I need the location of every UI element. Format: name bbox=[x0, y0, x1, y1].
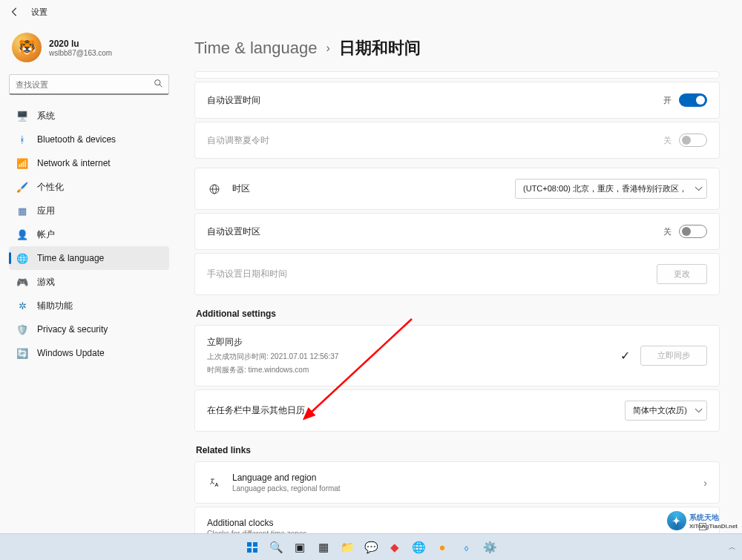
dst-label: 自动调整夏令时 bbox=[207, 134, 663, 147]
nav-icon: 🎮 bbox=[16, 276, 28, 288]
sidebar-item-label: 应用 bbox=[37, 205, 55, 217]
sync-now-button[interactable]: 立即同步 bbox=[640, 346, 707, 366]
nav-icon: 🛡️ bbox=[16, 323, 28, 335]
nav-icon: 👤 bbox=[16, 228, 28, 240]
sidebar: 🐯 2020 lu wslbb87@163.com 🖥️系统ᚼBluetooth… bbox=[0, 24, 178, 533]
auto-tz-toggle[interactable] bbox=[679, 225, 707, 238]
nav-icon: 🖌️ bbox=[16, 181, 28, 193]
add-clocks-title: Additional clocks bbox=[207, 518, 698, 528]
svg-line-1 bbox=[160, 85, 162, 87]
svg-rect-11 bbox=[247, 542, 252, 547]
lang-region-title: Language and region bbox=[232, 472, 703, 483]
sidebar-item--[interactable]: 👤帐户 bbox=[9, 223, 169, 246]
section-related: Related links bbox=[196, 445, 720, 455]
settings-taskbar-icon[interactable]: ⚙️ bbox=[479, 537, 500, 558]
nav-icon: 📶 bbox=[16, 157, 28, 169]
sidebar-item--[interactable]: 🖌️个性化 bbox=[9, 175, 169, 199]
search-input[interactable] bbox=[9, 74, 169, 95]
sidebar-item-label: Windows Update bbox=[37, 348, 105, 358]
sync-card: 立即同步 上次成功同步时间: 2021.07.01 12:56:37 时间服务器… bbox=[194, 325, 720, 386]
app-icon-2[interactable]: ● bbox=[432, 537, 453, 558]
svg-rect-14 bbox=[253, 548, 257, 553]
taskbar: 🔍 ▣ ▦ 📁 💬 ◆ 🌐 ● ⬨ ⚙️ ︿ bbox=[0, 533, 742, 560]
breadcrumb: Time & language › 日期和时间 bbox=[194, 37, 720, 59]
wechat-icon[interactable]: 💬 bbox=[361, 537, 381, 558]
nav-icon: ᚼ bbox=[16, 134, 28, 145]
chevron-right-icon: › bbox=[326, 42, 330, 55]
chrome-icon[interactable]: 🌐 bbox=[408, 537, 429, 558]
svg-point-0 bbox=[155, 80, 160, 85]
sidebar-item-label: 辅助功能 bbox=[37, 300, 73, 312]
svg-rect-13 bbox=[247, 548, 252, 553]
sidebar-item-label: 游戏 bbox=[37, 276, 55, 289]
breadcrumb-parent[interactable]: Time & language bbox=[194, 39, 318, 58]
sidebar-item-label: 系统 bbox=[37, 110, 55, 122]
user-profile[interactable]: 🐯 2020 lu wslbb87@163.com bbox=[9, 30, 169, 73]
setting-taskbar-calendar: 在任务栏中显示其他日历 简体中文(农历) bbox=[194, 389, 720, 432]
sidebar-item-network-internet[interactable]: 📶Network & internet bbox=[9, 151, 169, 175]
sidebar-item-privacy-security[interactable]: 🛡️Privacy & security bbox=[9, 317, 169, 341]
sidebar-item-label: 帐户 bbox=[37, 228, 55, 241]
setting-manual-time: 手动设置日期和时间 更改 bbox=[194, 253, 720, 295]
nav-icon: ✲ bbox=[16, 300, 28, 312]
search-taskbar-icon[interactable]: 🔍 bbox=[266, 537, 286, 558]
nav-icon: 🔄 bbox=[16, 347, 28, 359]
setting-dst: 自动调整夏令时 关 bbox=[194, 122, 720, 159]
sidebar-item-label: Privacy & security bbox=[37, 324, 108, 335]
sidebar-item-label: Time & language bbox=[37, 253, 104, 263]
link-language-region[interactable]: Language and region Language packs, regi… bbox=[194, 461, 720, 504]
sidebar-item-bluetooth-devices[interactable]: ᚼBluetooth & devices bbox=[9, 128, 169, 151]
watermark: ✦ 系统天地 XiTongTianDi.net bbox=[667, 511, 738, 530]
back-button[interactable] bbox=[9, 6, 21, 18]
lang-region-sub: Language packs, regional format bbox=[232, 484, 703, 493]
taskbar-calendar-dropdown[interactable]: 简体中文(农历) bbox=[625, 401, 707, 421]
language-icon bbox=[207, 477, 222, 489]
sync-server: 时间服务器: time.windows.com bbox=[207, 365, 620, 375]
toggle-state: 开 bbox=[663, 95, 672, 106]
toggle-state: 关 bbox=[663, 135, 672, 146]
sidebar-item-label: Bluetooth & devices bbox=[37, 134, 116, 145]
sidebar-item--[interactable]: 🖥️系统 bbox=[9, 104, 169, 128]
user-email: wslbb87@163.com bbox=[49, 49, 112, 57]
sidebar-item-windows-update[interactable]: 🔄Windows Update bbox=[9, 341, 169, 365]
dst-toggle bbox=[679, 134, 707, 147]
task-view-icon[interactable]: ▣ bbox=[289, 537, 310, 558]
sync-title: 立即同步 bbox=[207, 336, 620, 349]
setting-auto-time: 自动设置时间 开 bbox=[194, 82, 720, 119]
avatar: 🐯 bbox=[12, 33, 42, 62]
link-additional-clocks[interactable]: Additional clocks Clocks for different t… bbox=[194, 507, 720, 533]
chevron-right-icon: › bbox=[703, 477, 707, 489]
setting-auto-timezone: 自动设置时区 关 bbox=[194, 213, 720, 250]
search-icon bbox=[154, 79, 163, 90]
toggle-state: 关 bbox=[663, 226, 672, 237]
sidebar-item-label: Network & internet bbox=[37, 158, 111, 168]
sidebar-item--[interactable]: ✲辅助功能 bbox=[9, 294, 169, 317]
globe-icon bbox=[207, 183, 222, 195]
app-icon[interactable]: ◆ bbox=[384, 537, 405, 558]
start-button[interactable] bbox=[242, 537, 263, 558]
nav-icon: 🖥️ bbox=[16, 110, 28, 122]
tray-chevron-icon[interactable]: ︿ bbox=[729, 542, 736, 553]
timezone-dropdown[interactable]: (UTC+08:00) 北京，重庆，香港特别行政区， bbox=[515, 179, 707, 199]
auto-time-toggle[interactable] bbox=[679, 93, 707, 107]
explorer-icon[interactable]: 📁 bbox=[337, 537, 358, 558]
section-additional: Additional settings bbox=[196, 309, 720, 319]
taskbar-cal-label: 在任务栏中显示其他日历 bbox=[207, 404, 625, 417]
sidebar-item--[interactable]: 🎮游戏 bbox=[9, 270, 169, 294]
scroll-edge bbox=[194, 71, 720, 79]
change-button: 更改 bbox=[657, 264, 707, 284]
manual-label: 手动设置日期和时间 bbox=[207, 268, 657, 280]
nav-icon: 🌐 bbox=[16, 252, 28, 264]
sidebar-item-time-language[interactable]: 🌐Time & language bbox=[9, 246, 169, 270]
auto-tz-label: 自动设置时区 bbox=[207, 225, 663, 238]
sidebar-item--[interactable]: ▦应用 bbox=[9, 199, 169, 223]
page-title: 日期和时间 bbox=[339, 37, 421, 59]
nav-icon: ▦ bbox=[16, 205, 28, 217]
svg-rect-12 bbox=[253, 542, 257, 547]
widgets-icon[interactable]: ▦ bbox=[313, 537, 334, 558]
user-name: 2020 lu bbox=[49, 39, 112, 49]
check-icon: ✓ bbox=[620, 349, 630, 363]
system-tray[interactable]: ︿ bbox=[729, 542, 736, 553]
auto-time-label: 自动设置时间 bbox=[207, 94, 663, 107]
vscode-icon[interactable]: ⬨ bbox=[456, 537, 476, 558]
